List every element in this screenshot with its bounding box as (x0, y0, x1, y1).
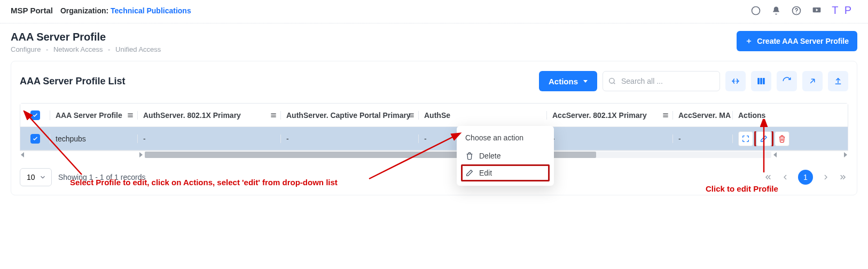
column-menu-icon[interactable] (408, 112, 415, 119)
pager-last-button[interactable] (839, 172, 848, 182)
actions-menu-delete-label: Delete (479, 152, 501, 160)
col-header-auth-truncated-label: AuthSe (424, 111, 450, 120)
cell-auth-captive: - (281, 134, 419, 143)
trash-icon (465, 152, 474, 160)
org-wrap: Organization: Technical Publications (60, 6, 191, 15)
fit-columns-button[interactable] (725, 71, 746, 91)
page-size-select[interactable]: 10 (20, 168, 52, 186)
column-menu-icon[interactable] (270, 112, 277, 119)
search-wrap (603, 71, 720, 91)
page-header: AAA Server Profile Configure - Network A… (0, 23, 868, 61)
page-header-left: AAA Server Profile Configure - Network A… (11, 31, 161, 53)
cell-acc-8021x: - (547, 134, 673, 143)
table-scrollbar-row (20, 151, 848, 159)
col-header-actions: Actions (733, 111, 848, 120)
export-button[interactable] (802, 71, 823, 91)
cell-acc-trunc: - (673, 134, 733, 143)
scroll-stub-left (21, 152, 143, 157)
col-header-auth-captive-label: AuthServer. Captive Portal Primary (286, 111, 411, 120)
col-header-profile-label: AAA Server Profile (56, 111, 122, 120)
breadcrumb-3[interactable]: Unified Access (115, 45, 161, 53)
col-header-acc-truncated-label: AccServer. MA (678, 111, 731, 120)
cell-auth-8021x: - (138, 134, 281, 143)
column-menu-icon[interactable] (127, 112, 134, 119)
topbar-left: MSP Portal Organization: Technical Publi… (11, 6, 191, 15)
pager-next-button[interactable] (822, 173, 830, 181)
pager-first-button[interactable] (763, 172, 772, 182)
table: AAA Server Profile AuthServer. 802.1X Pr… (20, 103, 848, 151)
breadcrumb: Configure - Network Access - Unified Acc… (11, 45, 161, 53)
col-header-profile[interactable]: AAA Server Profile (50, 111, 138, 120)
header-checkbox-cell[interactable] (20, 110, 50, 120)
org-label: Organization: (60, 6, 108, 15)
col-header-actions-label: Actions (738, 111, 765, 120)
refresh-button[interactable] (777, 71, 797, 91)
col-header-acc-truncated[interactable]: AccServer. MA (673, 111, 733, 120)
status-circle-icon[interactable] (750, 5, 761, 16)
org-name-link[interactable]: Technical Publications (111, 6, 191, 15)
pager: 1 (763, 170, 848, 185)
svg-rect-8 (763, 78, 765, 84)
svg-point-2 (796, 12, 797, 13)
annotation-text-right: Click to edit Profile (706, 184, 778, 193)
avatar[interactable]: T P (832, 4, 853, 17)
card-title: AAA Server Profile List (20, 76, 125, 87)
actions-button-label: Actions (549, 77, 578, 86)
actions-dropdown-menu: Choose an action Delete Edit (457, 126, 554, 186)
video-icon[interactable] (811, 5, 822, 16)
table-row[interactable]: techpubs - - - - - (20, 127, 848, 151)
breadcrumb-sep: - (108, 45, 110, 53)
notifications-bell-icon[interactable] (771, 5, 781, 16)
profile-list-card: AAA Server Profile List Actions (11, 61, 857, 195)
row-edit-button[interactable] (756, 131, 771, 146)
upload-button[interactable] (828, 71, 848, 91)
col-header-acc-8021x-label: AccServer. 802.1X Primary (552, 111, 647, 120)
svg-point-0 (752, 6, 760, 14)
svg-rect-7 (760, 78, 762, 84)
annotation-text-left: Select Profile to edit, click on Actions… (70, 178, 338, 187)
breadcrumb-sep: - (46, 45, 48, 53)
page-size-select-wrap: 10 (20, 168, 52, 186)
cell-actions (733, 131, 848, 146)
search-input[interactable] (603, 71, 720, 91)
actions-menu-edit[interactable]: Edit (461, 164, 550, 181)
scroll-stub-right (773, 152, 847, 157)
pager-prev-button[interactable] (781, 173, 789, 181)
pencil-icon (465, 169, 474, 177)
chevron-down-icon (583, 80, 588, 83)
actions-menu-title: Choose an action (457, 132, 554, 147)
help-icon[interactable] (791, 5, 802, 16)
row-checkbox-cell[interactable] (20, 134, 50, 144)
actions-dropdown-button[interactable]: Actions (539, 71, 597, 91)
cell-profile-name: techpubs (50, 134, 138, 143)
breadcrumb-2[interactable]: Network Access (53, 45, 103, 53)
columns-button[interactable] (751, 71, 771, 91)
col-header-acc-8021x[interactable]: AccServer. 802.1X Primary (547, 111, 673, 120)
search-icon (608, 77, 616, 85)
checkbox-checked-icon (30, 110, 40, 120)
actions-menu-edit-label: Edit (479, 169, 492, 177)
row-delete-button[interactable] (775, 131, 789, 146)
row-expand-button[interactable] (738, 131, 753, 146)
checkbox-checked-icon (30, 134, 40, 144)
card-header: AAA Server Profile List Actions (20, 71, 848, 91)
breadcrumb-1[interactable]: Configure (11, 45, 41, 53)
page-title: AAA Server Profile (11, 31, 161, 43)
col-header-auth-8021x[interactable]: AuthServer. 802.1X Primary (138, 111, 281, 120)
plus-icon (745, 37, 753, 45)
create-profile-label: Create AAA Server Profile (757, 37, 849, 45)
col-header-auth-truncated[interactable]: AuthSe (419, 111, 547, 120)
actions-menu-delete[interactable]: Delete (457, 147, 554, 164)
pager-current-page[interactable]: 1 (798, 170, 813, 185)
card-toolbar: Actions (539, 71, 848, 91)
table-header-row: AAA Server Profile AuthServer. 802.1X Pr… (20, 104, 848, 127)
svg-rect-6 (757, 78, 760, 84)
svg-point-5 (609, 78, 614, 83)
app-topbar: MSP Portal Organization: Technical Publi… (0, 0, 868, 23)
col-header-auth-8021x-label: AuthServer. 802.1X Primary (143, 111, 241, 120)
brand: MSP Portal (11, 6, 53, 15)
column-menu-icon[interactable] (662, 112, 669, 119)
col-header-auth-captive[interactable]: AuthServer. Captive Portal Primary (281, 111, 419, 120)
topbar-right: T P (750, 4, 857, 17)
create-profile-button[interactable]: Create AAA Server Profile (737, 31, 857, 51)
